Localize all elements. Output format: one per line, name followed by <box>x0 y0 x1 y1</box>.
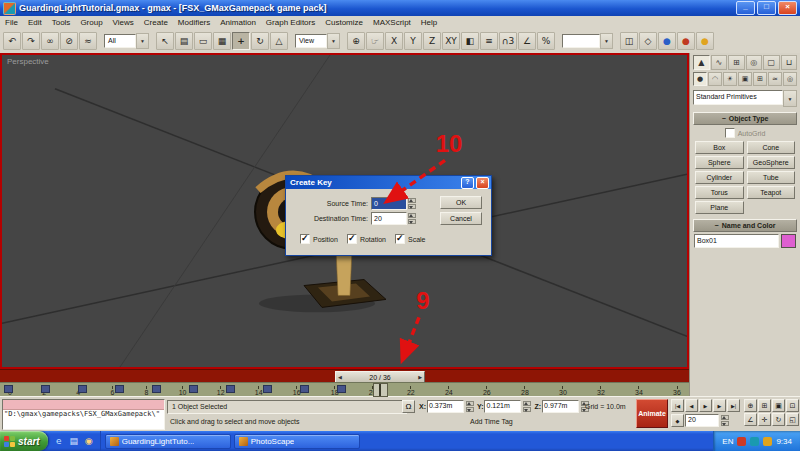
tab-hierarchy[interactable]: ⊞ <box>728 55 745 70</box>
start-button[interactable]: start <box>0 431 48 451</box>
select-by-name-icon[interactable]: ▤ <box>175 32 193 50</box>
tab-utilities[interactable]: ⊔ <box>781 55 798 70</box>
menu-item[interactable]: Edit <box>23 18 47 27</box>
time-slider-track[interactable]: ◀ 20 / 36 ▶ <box>0 369 689 382</box>
maximize-button[interactable]: □ <box>757 1 776 15</box>
zoom-extents-icon[interactable]: ▣ <box>772 399 785 412</box>
source-time-spinner[interactable] <box>408 198 416 209</box>
redo-icon[interactable]: ↷ <box>22 32 40 50</box>
ok-button[interactable]: OK <box>440 196 482 209</box>
keyframe-marker[interactable] <box>300 385 309 393</box>
primitive-button[interactable]: Torus <box>695 186 744 199</box>
name-color-rollout-header[interactable]: − Name and Color <box>693 219 797 232</box>
coordinate-field[interactable]: 0.373m <box>427 400 464 413</box>
keyframe-marker[interactable] <box>152 385 161 393</box>
render-scene-icon[interactable]: ● <box>677 32 695 50</box>
primitive-button[interactable]: Plane <box>695 201 744 214</box>
cancel-button[interactable]: Cancel <box>440 212 482 225</box>
keyframe-marker[interactable] <box>189 385 198 393</box>
align-icon[interactable]: ≡ <box>480 32 498 50</box>
destination-time-spinner[interactable] <box>408 213 416 224</box>
autogrid-checkbox[interactable] <box>725 128 735 138</box>
animate-button[interactable]: Animate <box>636 399 668 428</box>
undo-icon[interactable]: ↶ <box>3 32 21 50</box>
primitive-button[interactable]: Cone <box>747 141 796 154</box>
taskbar-task-button[interactable]: PhotoScape <box>234 434 360 449</box>
menu-item[interactable]: MAXScript <box>368 18 416 27</box>
select-and-rotate-icon[interactable]: ↻ <box>251 32 269 50</box>
object-color-swatch[interactable] <box>781 234 796 248</box>
quick-render-icon[interactable]: ● <box>696 32 714 50</box>
primitive-button[interactable]: Box <box>695 141 744 154</box>
keyframe-marker[interactable] <box>337 385 346 393</box>
mirror-icon[interactable]: ◧ <box>461 32 479 50</box>
rectangular-selection-region-icon[interactable]: ▭ <box>194 32 212 50</box>
autogrid-row[interactable]: AutoGrid <box>693 127 797 139</box>
coordinate-field[interactable]: 0.977m <box>542 400 579 413</box>
language-indicator[interactable]: EN <box>722 437 733 446</box>
object-name-field[interactable]: Box01 <box>694 234 779 248</box>
category-lights[interactable]: ☀ <box>723 72 737 86</box>
schematic-view-icon[interactable]: ◇ <box>639 32 657 50</box>
chevron-down-icon[interactable]: ▼ <box>600 33 613 49</box>
keyframe-marker[interactable] <box>226 385 235 393</box>
next-frame-arrow-icon[interactable]: ▶ <box>418 372 422 382</box>
select-object-icon[interactable]: ↖ <box>156 32 174 50</box>
category-space-warps[interactable]: ≈ <box>768 72 782 86</box>
menu-item[interactable]: Help <box>416 18 442 27</box>
menu-item[interactable]: Animation <box>215 18 261 27</box>
bind-to-space-warp-icon[interactable]: ≈ <box>79 32 97 50</box>
previous-frame-arrow-icon[interactable]: ◀ <box>338 372 342 382</box>
keyframe-marker[interactable] <box>115 385 124 393</box>
menu-item[interactable]: Views <box>108 18 139 27</box>
current-time-spinner[interactable] <box>721 415 729 426</box>
key-mode-toggle[interactable]: ◆ <box>671 414 684 427</box>
zoom-icon[interactable]: ⊕ <box>744 399 757 412</box>
play-animation-button[interactable]: ▶ <box>699 399 712 412</box>
macro-recorder-line[interactable] <box>3 400 164 410</box>
tab-modify[interactable]: ∿ <box>711 55 728 70</box>
key-type-checkbox[interactable]: Position <box>300 234 338 244</box>
dialog-title-bar[interactable]: Create Key ? × <box>286 176 491 189</box>
lamp-post[interactable] <box>336 250 352 296</box>
next-frame-button[interactable]: ▶ <box>713 399 726 412</box>
min-max-toggle-icon[interactable]: ◱ <box>786 413 799 426</box>
tab-motion[interactable]: ◎ <box>746 55 763 70</box>
snap-toggle-3d-icon[interactable]: ∩3 <box>499 32 517 50</box>
selection-filter-dropdown[interactable]: All ▼ <box>104 34 149 48</box>
coordinate-spinner[interactable] <box>523 401 531 412</box>
maxscript-mini-listener[interactable]: "D:\gmax\gamepacks\FSX_GMaxGamepack\" <box>2 399 165 430</box>
category-shapes[interactable]: ◠ <box>708 72 722 86</box>
tray-icon[interactable] <box>750 437 759 446</box>
named-selection-dropdown[interactable]: ▼ <box>562 34 613 48</box>
clock[interactable]: 9:34 <box>776 437 792 446</box>
menu-item[interactable]: Graph Editors <box>261 18 320 27</box>
object-type-rollout-header[interactable]: − Object Type <box>693 112 797 125</box>
destination-time-field[interactable]: 20 <box>371 212 407 225</box>
chevron-down-icon[interactable]: ▼ <box>783 90 797 107</box>
chevron-down-icon[interactable]: ▼ <box>136 33 149 49</box>
tray-icon[interactable] <box>737 437 746 446</box>
perspective-viewport[interactable]: Perspective <box>0 53 689 369</box>
select-and-scale-icon[interactable]: △ <box>270 32 288 50</box>
go-to-start-button[interactable]: |◀ <box>671 399 684 412</box>
use-pivot-center-icon[interactable]: ⊕ <box>347 32 365 50</box>
key-type-checkbox[interactable]: Scale <box>395 234 426 244</box>
category-geometry[interactable]: ● <box>693 72 707 86</box>
add-time-tag[interactable]: Add Time Tag <box>470 418 513 425</box>
menu-item[interactable]: Create <box>139 18 173 27</box>
primitive-button[interactable]: Sphere <box>695 156 744 169</box>
tray-icon[interactable] <box>763 437 772 446</box>
primitive-button[interactable]: GeoSphere <box>747 156 796 169</box>
reference-coordinate-dropdown[interactable]: View ▼ <box>295 34 340 48</box>
keyframe-marker[interactable] <box>263 385 272 393</box>
quick-launch-internet-explorer-icon[interactable]: e <box>53 436 65 446</box>
select-and-manipulate-icon[interactable]: ☞ <box>366 32 384 50</box>
menu-item[interactable]: Tools <box>47 18 76 27</box>
track-bar[interactable]: 024681012141618202224262830323436 <box>0 382 689 397</box>
material-editor-icon[interactable]: ● <box>658 32 676 50</box>
field-of-view-icon[interactable]: ∠ <box>744 413 757 426</box>
current-frame-indicator[interactable] <box>373 383 388 397</box>
coordinate-field[interactable]: 0.121m <box>484 400 521 413</box>
current-time-field[interactable]: 20 <box>685 414 719 427</box>
